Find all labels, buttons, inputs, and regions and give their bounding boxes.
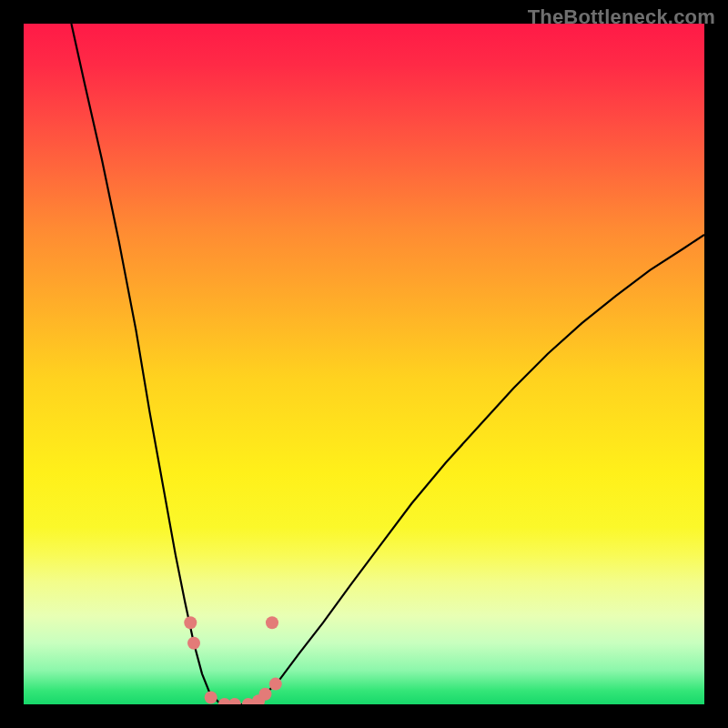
chart-svg [24,24,704,704]
data-marker [184,616,197,629]
data-marker [205,692,217,704]
data-marker [187,637,200,650]
chart-frame: TheBottleneck.com [0,0,728,728]
data-marker [269,678,282,691]
data-marker [228,698,241,704]
watermark-text: TheBottleneck.com [528,5,715,29]
plot-area [24,24,704,704]
data-marker [259,688,272,701]
data-marker [266,616,278,629]
bottleneck-curve [71,24,704,704]
